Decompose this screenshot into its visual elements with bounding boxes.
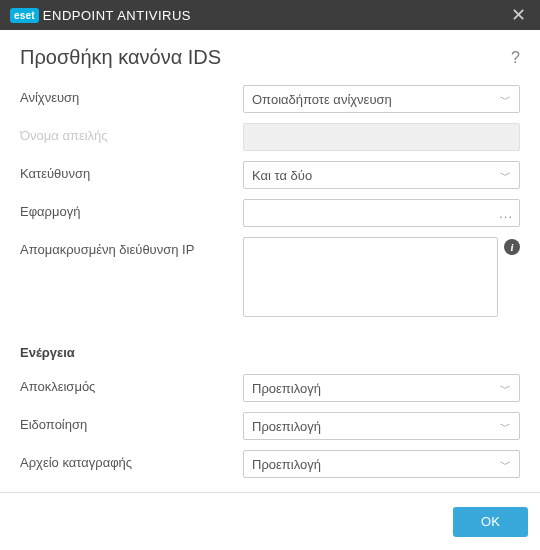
footer: OK: [0, 492, 540, 550]
detection-value: Οποιαδήποτε ανίχνευση: [252, 92, 392, 107]
threat-name-label: Όνομα απειλής: [20, 123, 235, 143]
notify-label: Ειδοποίηση: [20, 412, 235, 432]
chevron-down-icon: ﹀: [500, 381, 511, 396]
remote-ip-textarea[interactable]: [243, 237, 498, 317]
direction-select[interactable]: Και τα δύο ﹀: [243, 161, 520, 189]
block-select[interactable]: Προεπιλογή ﹀: [243, 374, 520, 402]
notify-select[interactable]: Προεπιλογή ﹀: [243, 412, 520, 440]
log-label: Αρχείο καταγραφής: [20, 450, 235, 470]
page-title: Προσθήκη κανόνα IDS: [20, 46, 221, 69]
chevron-down-icon: ﹀: [500, 92, 511, 107]
brand-badge: eset: [10, 8, 39, 23]
direction-label: Κατεύθυνση: [20, 161, 235, 181]
remote-ip-label: Απομακρυσμένη διεύθυνση IP: [20, 237, 235, 257]
browse-icon[interactable]: ...: [499, 206, 513, 221]
block-label: Αποκλεισμός: [20, 374, 235, 394]
help-icon[interactable]: ?: [511, 49, 520, 67]
close-icon[interactable]: ✕: [507, 4, 530, 26]
chevron-down-icon: ﹀: [500, 457, 511, 472]
titlebar: eset ENDPOINT ANTIVIRUS ✕: [0, 0, 540, 30]
window-title: ENDPOINT ANTIVIRUS: [43, 8, 191, 23]
detection-label: Ανίχνευση: [20, 85, 235, 105]
application-label: Εφαρμογή: [20, 199, 235, 219]
titlebar-brand: eset ENDPOINT ANTIVIRUS: [10, 8, 191, 23]
action-section-title: Ενέργεια: [20, 345, 520, 360]
log-select[interactable]: Προεπιλογή ﹀: [243, 450, 520, 478]
notify-value: Προεπιλογή: [252, 419, 321, 434]
direction-value: Και τα δύο: [252, 168, 312, 183]
log-value: Προεπιλογή: [252, 457, 321, 472]
application-input[interactable]: ...: [243, 199, 520, 227]
chevron-down-icon: ﹀: [500, 168, 511, 183]
detection-select[interactable]: Οποιαδήποτε ανίχνευση ﹀: [243, 85, 520, 113]
info-icon[interactable]: i: [504, 239, 520, 255]
chevron-down-icon: ﹀: [500, 419, 511, 434]
block-value: Προεπιλογή: [252, 381, 321, 396]
threat-name-input: [243, 123, 520, 151]
ok-button[interactable]: OK: [453, 507, 528, 537]
